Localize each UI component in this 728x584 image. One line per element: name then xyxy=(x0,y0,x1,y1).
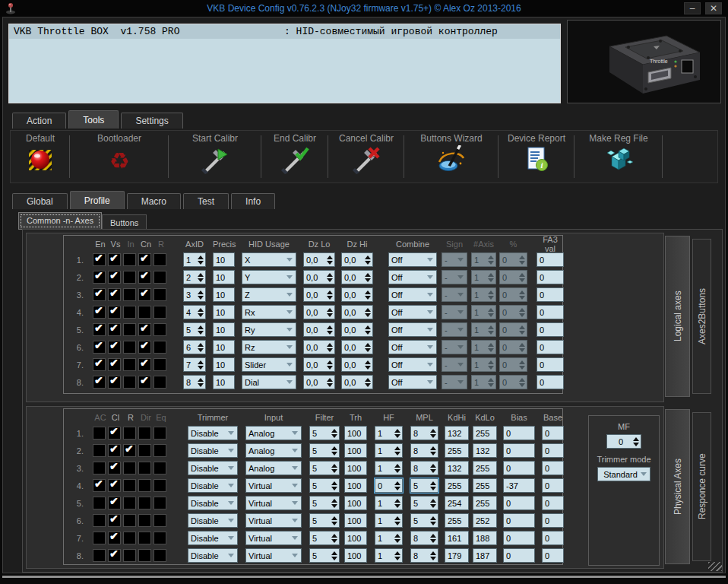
hf-spinner[interactable]: 0 xyxy=(375,478,403,493)
dz-hi-spinner[interactable]: 0,0 xyxy=(341,305,373,319)
base-field[interactable]: 0 xyxy=(542,548,564,563)
checkbox-eq[interactable] xyxy=(154,479,166,492)
checkbox-dir[interactable] xyxy=(138,514,151,527)
combine-dropdown[interactable]: Off xyxy=(388,357,437,372)
bias-field[interactable]: -37 xyxy=(503,478,535,493)
combine-dropdown[interactable]: Off xyxy=(388,287,437,302)
checkbox-ac[interactable] xyxy=(93,462,106,474)
checkbox-in[interactable] xyxy=(123,271,136,284)
checkbox-cn[interactable] xyxy=(138,253,151,266)
checkbox-cn[interactable] xyxy=(138,271,151,284)
trh-field[interactable]: 100 xyxy=(344,461,367,475)
checkbox-r[interactable] xyxy=(123,479,136,492)
trh-field[interactable]: 100 xyxy=(344,531,367,545)
checkbox-dir[interactable] xyxy=(138,427,151,440)
precis-field[interactable]: 10 xyxy=(213,287,235,302)
filter-spinner[interactable]: 5 xyxy=(309,443,340,458)
kdhi-field[interactable]: 254 xyxy=(445,496,469,510)
bias-field[interactable]: 0 xyxy=(503,426,535,440)
kdhi-field[interactable]: 255 xyxy=(445,513,469,528)
hid-usage-dropdown[interactable]: Ry xyxy=(242,322,296,337)
bootloader-button[interactable]: Bootloader ♻ xyxy=(70,131,169,182)
dz-lo-spinner[interactable]: 0,0 xyxy=(303,340,335,354)
checkbox-r[interactable] xyxy=(154,358,166,371)
tab-action[interactable]: Action xyxy=(12,113,66,129)
precis-field[interactable]: 10 xyxy=(213,375,235,389)
checkbox-r[interactable] xyxy=(123,549,136,562)
checkbox-cl[interactable] xyxy=(108,427,121,440)
mpl-spinner[interactable]: 8 xyxy=(410,426,438,440)
checkbox-eq[interactable] xyxy=(154,427,166,440)
checkbox-en[interactable] xyxy=(93,358,106,371)
start-calibr-button[interactable]: Start Calibr xyxy=(169,131,261,182)
precis-field[interactable]: 10 xyxy=(213,305,235,319)
checkbox-r[interactable] xyxy=(154,306,166,319)
trh-field[interactable]: 100 xyxy=(344,478,367,493)
filter-spinner[interactable]: 5 xyxy=(309,496,340,510)
combine-dropdown[interactable]: Off xyxy=(388,252,437,267)
checkbox-vs[interactable] xyxy=(108,323,121,336)
checkbox-cl[interactable] xyxy=(108,444,121,457)
checkbox-eq[interactable] xyxy=(154,462,166,474)
checkbox-ac[interactable] xyxy=(93,427,106,440)
hf-spinner[interactable]: 1 xyxy=(375,531,403,545)
dz-lo-spinner[interactable]: 0,0 xyxy=(303,375,335,389)
checkbox-r[interactable] xyxy=(154,323,166,336)
combine-dropdown[interactable]: Off xyxy=(388,340,437,354)
mpl-spinner[interactable]: 8 xyxy=(410,531,438,545)
dz-lo-spinner[interactable]: 0,0 xyxy=(303,287,335,302)
dz-lo-spinner[interactable]: 0,0 xyxy=(303,252,335,267)
bias-field[interactable]: 0 xyxy=(503,513,535,528)
combine-dropdown[interactable]: Off xyxy=(388,322,437,337)
hid-usage-dropdown[interactable]: Rx xyxy=(242,305,296,319)
checkbox-cl[interactable] xyxy=(108,514,121,527)
end-calibr-button[interactable]: End Calibr xyxy=(261,131,328,182)
dz-hi-spinner[interactable]: 0,0 xyxy=(341,270,373,284)
trh-field[interactable]: 100 xyxy=(344,513,367,528)
make-reg-file-button[interactable]: Make Reg File xyxy=(574,131,663,182)
bias-field[interactable]: 0 xyxy=(503,531,535,545)
checkbox-vs[interactable] xyxy=(108,376,121,389)
checkbox-in[interactable] xyxy=(123,288,136,301)
checkbox-dir[interactable] xyxy=(138,497,151,509)
resize-grip[interactable] xyxy=(708,562,722,571)
trimmer-dropdown[interactable]: Disable xyxy=(188,513,238,528)
trimmer-dropdown[interactable]: Disable xyxy=(188,478,238,493)
fa3-val-field[interactable]: 0 xyxy=(537,252,564,267)
dz-hi-spinner[interactable]: 0,0 xyxy=(341,287,373,302)
dz-lo-spinner[interactable]: 0,0 xyxy=(303,305,335,319)
base-field[interactable]: 0 xyxy=(542,531,564,545)
hid-usage-dropdown[interactable]: Y xyxy=(242,270,296,284)
input-dropdown[interactable]: Virtual xyxy=(245,513,302,528)
checkbox-en[interactable] xyxy=(93,306,106,319)
default-button[interactable]: Default xyxy=(11,131,70,182)
axid-spinner[interactable]: 4 xyxy=(183,305,206,319)
tab-profile[interactable]: Profile xyxy=(70,191,125,209)
kdlo-field[interactable]: 255 xyxy=(473,426,497,440)
checkbox-in[interactable] xyxy=(123,341,136,354)
bias-field[interactable]: 0 xyxy=(503,461,535,475)
hid-usage-dropdown[interactable]: X xyxy=(242,252,296,267)
trh-field[interactable]: 100 xyxy=(344,443,367,458)
checkbox-dir[interactable] xyxy=(138,549,151,562)
checkbox-eq[interactable] xyxy=(154,444,166,457)
trh-field[interactable]: 100 xyxy=(344,548,367,563)
kdlo-field[interactable]: 255 xyxy=(473,478,497,493)
checkbox-ac[interactable] xyxy=(93,532,106,544)
base-field[interactable]: 0 xyxy=(542,461,564,475)
precis-field[interactable]: 10 xyxy=(213,252,235,267)
checkbox-cl[interactable] xyxy=(108,549,121,562)
kdlo-field[interactable]: 188 xyxy=(473,531,497,545)
fa3-val-field[interactable]: 0 xyxy=(537,357,564,372)
dz-lo-spinner[interactable]: 0,0 xyxy=(303,357,335,372)
input-dropdown[interactable]: Virtual xyxy=(245,496,302,510)
dz-hi-spinner[interactable]: 0,0 xyxy=(341,375,373,389)
checkbox-en[interactable] xyxy=(93,288,106,301)
mpl-spinner[interactable]: 8 xyxy=(410,461,438,475)
base-field[interactable]: 0 xyxy=(542,513,564,528)
checkbox-en[interactable] xyxy=(93,253,106,266)
axid-spinner[interactable]: 7 xyxy=(183,357,206,372)
hid-usage-dropdown[interactable]: Dial xyxy=(242,375,296,389)
dz-hi-spinner[interactable]: 0,0 xyxy=(341,340,373,354)
trimmer-mode-dropdown[interactable]: Standard xyxy=(597,467,650,481)
